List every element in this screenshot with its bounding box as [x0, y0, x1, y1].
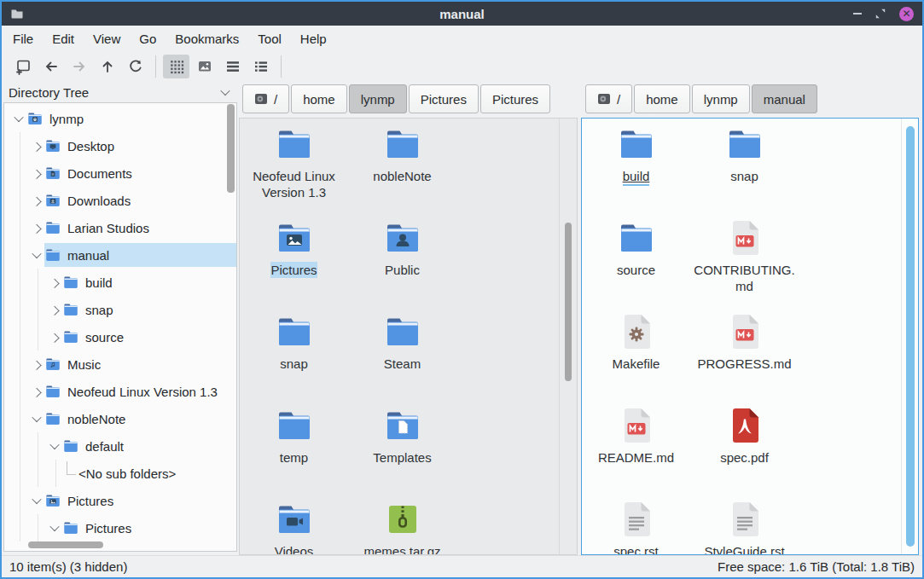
back-button[interactable] — [38, 55, 64, 78]
new-window-button[interactable] — [9, 55, 36, 78]
expand-arrow-icon[interactable] — [29, 388, 44, 395]
file-item-spec-rst[interactable]: spec.rst — [582, 497, 690, 555]
expand-arrow-icon[interactable] — [29, 142, 44, 149]
file-item-temp[interactable]: temp — [240, 403, 348, 497]
tree-item-music[interactable]: Music — [4, 350, 236, 378]
tree-item-snap[interactable]: snap — [4, 296, 236, 323]
menu-edit[interactable]: Edit — [43, 28, 84, 49]
menu-file[interactable]: File — [3, 28, 43, 49]
file-item-noblenote[interactable]: nobleNote — [348, 122, 456, 216]
tree-item-larian-studios[interactable]: Larian Studios — [4, 214, 236, 241]
sidebar-vertical-scrollbar[interactable] — [227, 104, 235, 193]
compact-view-button[interactable] — [219, 55, 246, 78]
file-item-build[interactable]: build — [582, 122, 690, 216]
file-item-readme-md[interactable]: README.md — [582, 403, 690, 497]
tree-guide-line — [11, 350, 29, 378]
expand-arrow-icon[interactable] — [47, 306, 62, 313]
detailed-list-view-button[interactable] — [247, 55, 274, 78]
sidebar-mode-select[interactable]: Directory Tree — [2, 82, 239, 102]
menu-tool[interactable]: Tool — [248, 28, 291, 49]
file-item-label: spec.rst — [613, 543, 659, 555]
toolbar — [2, 51, 922, 82]
tree-item-label: Neofeud Linux Version 1.3 — [67, 385, 218, 399]
tree-item-desktop[interactable]: Desktop — [4, 132, 236, 159]
file-item-source[interactable]: source — [582, 216, 690, 310]
menu-bookmarks[interactable]: Bookmarks — [166, 28, 248, 49]
breadcrumb-root[interactable]: / — [242, 84, 289, 113]
expand-arrow-icon[interactable] — [29, 224, 44, 231]
menu-view[interactable]: View — [84, 28, 130, 49]
file-item-spec-pdf[interactable]: spec.pdf — [690, 403, 799, 497]
folder-icon — [62, 437, 79, 455]
right-pane-scrollbar[interactable] — [906, 126, 915, 547]
file-item-neofeud-linux-version-1-3[interactable]: Neofeud Linux Version 1.3 — [240, 122, 348, 216]
file-item-steam[interactable]: Steam — [348, 310, 456, 403]
left-pane-scrollbar[interactable] — [565, 223, 572, 381]
breadcrumb-manual[interactable]: manual — [752, 84, 817, 113]
breadcrumb-root[interactable]: / — [585, 84, 632, 113]
collapse-arrow-icon[interactable] — [29, 497, 44, 504]
breadcrumb-lynmp[interactable]: lynmp — [349, 84, 407, 113]
tree-item-neofeud-linux-version-1-3[interactable]: Neofeud Linux Version 1.3 — [4, 378, 236, 405]
thumbnail-view-button[interactable] — [191, 55, 218, 78]
breadcrumb-pictures[interactable]: Pictures — [409, 84, 479, 113]
downloads-folder-icon — [44, 192, 61, 209]
file-item-public[interactable]: Public — [348, 216, 456, 310]
expand-arrow-icon[interactable] — [29, 170, 44, 177]
tree-item-noblenote[interactable]: nobleNote — [4, 405, 236, 432]
menu-help[interactable]: Help — [291, 28, 336, 49]
breadcrumb-home[interactable]: home — [634, 84, 690, 113]
tree-item-pictures[interactable]: Pictures — [4, 514, 236, 541]
desktop-folder-icon — [44, 137, 61, 154]
collapse-arrow-icon[interactable] — [29, 415, 44, 422]
close-button[interactable]: ✕ — [899, 7, 914, 21]
forward-icon — [71, 58, 88, 75]
expand-arrow-icon[interactable] — [47, 279, 62, 286]
rst-file-icon — [616, 499, 657, 540]
icon-view-button[interactable] — [163, 55, 189, 78]
tree-item--no-sub-folders-[interactable]: <No sub folders> — [4, 460, 236, 487]
tree-guide-line — [11, 432, 29, 460]
sidebar-horizontal-scrollbar[interactable] — [28, 541, 103, 548]
breadcrumb-home[interactable]: home — [291, 84, 347, 113]
tree-guide-line — [11, 378, 29, 405]
breadcrumb-label: lynmp — [704, 92, 738, 107]
file-item-snap[interactable]: snap — [690, 122, 799, 216]
tree-item-default[interactable]: default — [4, 432, 236, 460]
file-item-progress-md[interactable]: PROGRESS.md — [690, 310, 799, 403]
tree-item-lynmp[interactable]: lynmp — [4, 105, 236, 132]
tree-item-source[interactable]: source — [4, 323, 236, 350]
collapse-arrow-icon[interactable] — [29, 252, 44, 258]
file-item-snap[interactable]: snap — [240, 310, 348, 403]
expand-arrow-icon[interactable] — [29, 197, 44, 204]
forward-button[interactable] — [66, 55, 92, 78]
tree-item-downloads[interactable]: Downloads — [4, 187, 236, 214]
minimize-button[interactable] — [853, 13, 862, 14]
collapse-arrow-icon[interactable] — [47, 524, 62, 531]
file-item-templates[interactable]: Templates — [348, 403, 456, 497]
breadcrumb-pictures[interactable]: Pictures — [480, 84, 550, 113]
file-item-styleguide-rst[interactable]: StyleGuide.rst — [690, 497, 799, 555]
tree-item-label: lynmp — [49, 112, 84, 126]
collapse-arrow-icon[interactable] — [47, 443, 62, 449]
breadcrumb-lynmp[interactable]: lynmp — [692, 84, 750, 113]
tree-item-pictures[interactable]: Pictures — [4, 487, 236, 514]
file-item-videos[interactable]: Videos — [240, 497, 348, 555]
file-item-makefile[interactable]: Makefile — [582, 310, 690, 403]
file-item-pictures[interactable]: Pictures — [240, 216, 348, 310]
collapse-arrow-icon[interactable] — [11, 115, 26, 122]
tree-item-build[interactable]: build — [4, 269, 236, 296]
menu-go[interactable]: Go — [130, 28, 166, 49]
refresh-button[interactable] — [122, 55, 148, 78]
maximize-button[interactable] — [874, 7, 887, 20]
expand-arrow-icon[interactable] — [47, 333, 62, 340]
tree-item-manual[interactable]: manual — [4, 241, 236, 269]
expand-arrow-icon[interactable] — [29, 361, 44, 368]
file-item-label: Pictures — [270, 262, 317, 278]
up-button[interactable] — [94, 55, 120, 78]
toolbar-separator — [155, 55, 156, 78]
folder-user-icon — [382, 217, 423, 258]
tree-item-documents[interactable]: Documents — [4, 159, 236, 187]
file-item-memes-tar-gz[interactable]: memes.tar.gz — [348, 497, 456, 555]
file-item-contributing-md[interactable]: CONTRIBUTING.md — [690, 216, 799, 310]
